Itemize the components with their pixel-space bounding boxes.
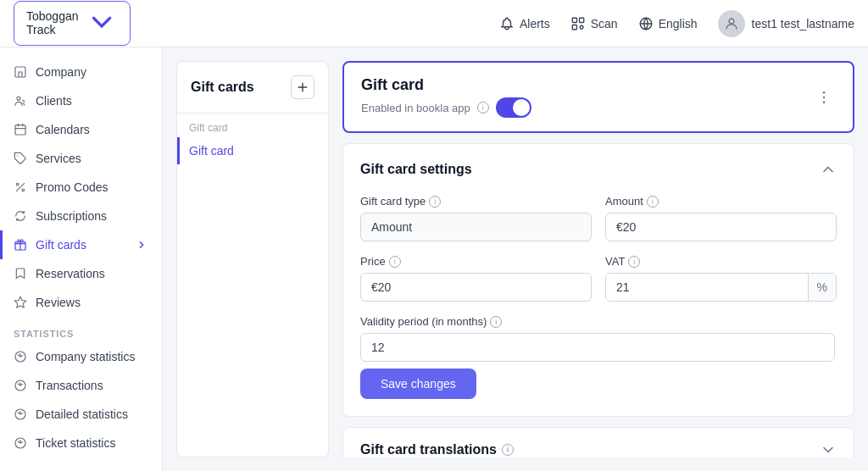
amount-input[interactable] xyxy=(605,213,837,241)
price-group: Price i xyxy=(360,255,592,302)
topbar-left: Toboggan Track xyxy=(14,1,131,45)
settings-card: Gift card settings Gift card type i xyxy=(342,143,854,417)
svg-rect-2 xyxy=(572,25,576,29)
svg-rect-0 xyxy=(572,18,576,22)
alerts-label: Alerts xyxy=(520,17,550,30)
sidebar-item-reviews[interactable]: Reviews xyxy=(0,288,162,317)
sidebar-item-calendars[interactable]: Calendars xyxy=(0,115,162,144)
calendar-icon xyxy=(14,123,27,136)
price-input[interactable] xyxy=(360,273,592,302)
validity-label: Validity period (in months) i xyxy=(360,315,837,328)
settings-title: Gift card settings xyxy=(360,162,472,177)
info-icon-header: i xyxy=(477,102,489,114)
svg-rect-1 xyxy=(579,18,583,22)
sidebar-item-ticket-statistics[interactable]: Ticket statistics xyxy=(0,429,162,457)
sidebar-item-reservations[interactable]: Reservations xyxy=(0,259,162,288)
svg-point-5 xyxy=(729,19,734,24)
chart-icon-4 xyxy=(14,436,27,450)
vat-suffix: % xyxy=(808,274,836,301)
sidebar-item-transactions[interactable]: Transactions xyxy=(0,371,162,400)
gift-card-type-group: Gift card type i xyxy=(360,195,592,241)
bell-icon xyxy=(499,16,515,31)
language-button[interactable]: English xyxy=(638,16,698,31)
panel-header: Gift cards xyxy=(177,62,328,114)
svg-point-3 xyxy=(580,25,583,29)
scan-label: Scan xyxy=(591,17,618,30)
price-label: Price i xyxy=(360,255,592,268)
gift-card-item-label: Gift card xyxy=(189,144,234,158)
translations-header: Gift card translations i xyxy=(360,441,837,457)
sidebar-item-company-statistics[interactable]: Company statistics xyxy=(0,342,162,371)
sidebar-item-company[interactable]: Company xyxy=(0,58,162,86)
svg-point-7 xyxy=(17,97,20,100)
settings-collapse-button[interactable] xyxy=(820,161,837,178)
save-changes-button[interactable]: Save changes xyxy=(360,368,476,399)
vat-label: VAT i xyxy=(605,255,837,268)
alerts-button[interactable]: Alerts xyxy=(499,16,550,31)
user-menu[interactable]: test1 test_lastname xyxy=(718,10,854,37)
svg-point-9 xyxy=(17,155,18,156)
vat-group: VAT i % xyxy=(605,255,837,302)
sidebar-label-gift-cards: Gift cards xyxy=(36,238,86,252)
main-content: Gift cards Gift card Gift card Gift card… xyxy=(163,47,868,471)
chevron-down-icon xyxy=(86,7,118,39)
amount-label: Amount i xyxy=(605,195,837,208)
marketing-section-label: MARKETING xyxy=(0,457,162,471)
panel-section-label: Gift card xyxy=(177,114,328,137)
scan-button[interactable]: Scan xyxy=(570,16,618,31)
svg-point-15 xyxy=(823,91,826,93)
amount-group: Amount i xyxy=(605,195,837,241)
user-name: test1 test_lastname xyxy=(752,17,854,30)
gift-icon xyxy=(14,238,27,252)
globe-icon xyxy=(638,16,654,31)
translations-collapse-button[interactable] xyxy=(820,441,837,457)
sidebar-item-promo-codes[interactable]: Promo Codes xyxy=(0,173,162,202)
gift-card-type-label: Gift card type i xyxy=(360,195,592,208)
card-subtitle: Enabled in bookla app i xyxy=(361,97,531,118)
statistics-section-label: STATISTICS xyxy=(0,317,162,342)
brand-name: Toboggan Track xyxy=(26,9,79,36)
more-vertical-icon xyxy=(815,89,832,106)
add-gift-card-button[interactable] xyxy=(291,75,314,99)
sidebar-label-services: Services xyxy=(36,152,81,165)
sidebar-label-subscriptions: Subscriptions xyxy=(36,209,107,223)
enabled-toggle[interactable] xyxy=(496,97,531,118)
gift-cards-panel: Gift cards Gift card Gift card xyxy=(176,61,329,457)
info-icon-validity: i xyxy=(490,316,502,328)
gift-card-type-input[interactable] xyxy=(360,213,592,241)
sidebar-item-clients[interactable]: Clients xyxy=(0,86,162,115)
info-icon-amount: i xyxy=(647,196,659,208)
info-icon-price: i xyxy=(389,256,401,268)
star-icon xyxy=(14,296,27,309)
svg-point-16 xyxy=(823,96,826,98)
bookmark-icon xyxy=(14,267,27,280)
validity-group: Validity period (in months) i xyxy=(360,315,837,362)
layout: Company Clients Calendars Services Promo… xyxy=(0,47,868,471)
sidebar-item-subscriptions[interactable]: Subscriptions xyxy=(0,202,162,230)
svg-rect-8 xyxy=(15,125,25,135)
gift-card-list-item[interactable]: Gift card xyxy=(177,137,328,164)
topbar: Toboggan Track Alerts Scan English test1… xyxy=(0,0,868,47)
chart-icon-1 xyxy=(14,350,27,363)
vat-input[interactable] xyxy=(606,274,808,301)
brand-selector[interactable]: Toboggan Track xyxy=(14,1,131,45)
sidebar-label-company: Company xyxy=(36,65,86,79)
sidebar-label-company-stats: Company statistics xyxy=(36,350,135,363)
settings-form: Gift card type i Amount i xyxy=(360,195,837,362)
toggle-knob xyxy=(513,99,530,116)
sidebar-item-gift-cards[interactable]: Gift cards xyxy=(0,230,162,259)
percent-icon xyxy=(14,180,27,194)
sidebar-item-detailed-statistics[interactable]: Detailed statistics xyxy=(0,400,162,429)
sidebar-label-promo-codes: Promo Codes xyxy=(36,180,108,194)
more-options-button[interactable] xyxy=(812,86,836,109)
validity-input[interactable] xyxy=(360,333,835,362)
sidebar: Company Clients Calendars Services Promo… xyxy=(0,47,163,471)
card-title-group: Gift card Enabled in bookla app i xyxy=(361,76,531,118)
sidebar-item-services[interactable]: Services xyxy=(0,144,162,173)
translations-title: Gift card translations i xyxy=(360,442,514,457)
content-right: Gift card Enabled in bookla app i xyxy=(342,61,854,457)
chevron-up-icon xyxy=(820,161,837,178)
vat-input-wrapper: % xyxy=(605,273,837,302)
chevron-down-translations-icon xyxy=(820,441,837,457)
translations-card: Gift card translations i EN LV xyxy=(342,427,854,457)
